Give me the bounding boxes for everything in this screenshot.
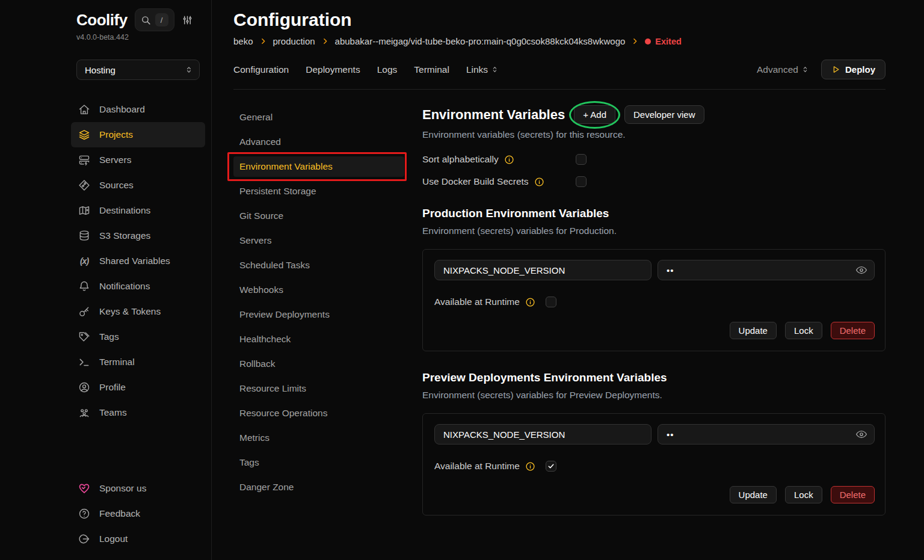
- add-variable-button[interactable]: + Add: [574, 105, 615, 124]
- advanced-menu[interactable]: Advanced: [757, 64, 809, 75]
- sidebar-item-sponsor[interactable]: Sponsor us: [71, 476, 205, 501]
- delete-button[interactable]: Delete: [831, 486, 875, 503]
- sidebar-item-label: Notifications: [99, 281, 150, 292]
- status-badge: Exited: [645, 37, 682, 46]
- sidebar-item-profile[interactable]: Profile: [71, 375, 205, 400]
- delete-button[interactable]: Delete: [831, 322, 875, 339]
- settings-subnav: General Advanced Environment Variables P…: [233, 90, 404, 560]
- key-icon: [78, 306, 90, 318]
- sidebar-item-label: Terminal: [99, 357, 135, 368]
- subnav-tags[interactable]: Tags: [233, 452, 404, 473]
- sidebar-item-shared-variables[interactable]: (x) Shared Variables: [71, 248, 205, 274]
- subnav-advanced[interactable]: Advanced: [233, 132, 404, 152]
- map-icon: [78, 205, 90, 217]
- tab-deployments[interactable]: Deployments: [306, 64, 360, 75]
- breadcrumb-environment[interactable]: production: [273, 36, 315, 46]
- subnav-resource-operations[interactable]: Resource Operations: [233, 403, 404, 423]
- subnav-rollback[interactable]: Rollback: [233, 354, 404, 374]
- update-button[interactable]: Update: [730, 486, 777, 503]
- variable-value-input[interactable]: [658, 424, 875, 445]
- subnav-servers[interactable]: Servers: [233, 230, 404, 251]
- sidebar-item-label: Tags: [99, 331, 119, 342]
- sidebar-nav: Dashboard Projects Servers Sources Desti…: [71, 97, 205, 425]
- subnav-environment-variables[interactable]: Environment Variables: [233, 156, 404, 177]
- lock-button[interactable]: Lock: [785, 486, 822, 503]
- variable-name-input[interactable]: [434, 260, 651, 280]
- sidebar-item-terminal[interactable]: Terminal: [71, 349, 205, 375]
- heart-icon: [78, 482, 90, 494]
- page-title: Configuration: [233, 10, 886, 30]
- search-shortcut-key: /: [155, 13, 168, 26]
- subnav-webhooks[interactable]: Webhooks: [233, 280, 404, 300]
- production-env-subtitle: Environment (secrets) variables for Prod…: [422, 226, 886, 236]
- sidebar-item-feedback[interactable]: Feedback: [71, 501, 205, 526]
- subnav-preview-deployments[interactable]: Preview Deployments: [233, 304, 404, 325]
- sidebar-item-label: S3 Storages: [99, 230, 150, 241]
- available-at-runtime-checkbox[interactable]: [546, 297, 556, 307]
- info-icon[interactable]: [525, 297, 535, 307]
- sidebar-item-dashboard[interactable]: Dashboard: [71, 97, 205, 122]
- subnav-persistent-storage[interactable]: Persistent Storage: [233, 181, 404, 202]
- lock-button[interactable]: Lock: [785, 322, 822, 339]
- docker-build-secrets-checkbox[interactable]: [576, 176, 587, 187]
- subnav-danger-zone[interactable]: Danger Zone: [233, 477, 404, 497]
- update-button[interactable]: Update: [730, 322, 777, 339]
- search-button[interactable]: /: [135, 8, 174, 31]
- workspace-select-value: Hosting: [85, 65, 116, 75]
- user-circle-icon: [78, 381, 90, 393]
- subnav-metrics[interactable]: Metrics: [233, 428, 404, 448]
- eye-icon: [855, 428, 867, 440]
- sidebar-item-teams[interactable]: Teams: [71, 400, 205, 425]
- sidebar-item-label: Servers: [99, 155, 131, 165]
- variable-value-input[interactable]: [658, 260, 875, 280]
- info-icon[interactable]: [504, 155, 514, 165]
- app-logo: Coolify: [76, 11, 128, 29]
- reveal-value-button[interactable]: [855, 428, 867, 442]
- sidebar-item-sources[interactable]: Sources: [71, 173, 205, 198]
- sidebar-item-keys-tokens[interactable]: Keys & Tokens: [71, 299, 205, 324]
- status-dot-icon: [645, 38, 651, 45]
- docker-build-secrets-label: Use Docker Build Secrets: [422, 176, 529, 187]
- reveal-value-button[interactable]: [855, 264, 867, 278]
- developer-view-button[interactable]: Developer view: [624, 105, 704, 124]
- sidebar-item-label: Teams: [99, 407, 127, 418]
- sidebar-item-label: Keys & Tokens: [99, 306, 161, 317]
- available-at-runtime-label: Available at Runtime: [434, 297, 520, 307]
- available-at-runtime-label: Available at Runtime: [434, 461, 520, 472]
- breadcrumb-team[interactable]: beko: [233, 36, 253, 46]
- breadcrumb-resource[interactable]: abubakar--meigag/vid-tube-beko-pro:main-…: [335, 36, 626, 46]
- tab-links[interactable]: Links: [466, 64, 499, 75]
- sort-alphabetically-checkbox[interactable]: [576, 154, 587, 165]
- layers-icon: [78, 129, 90, 141]
- tab-configuration[interactable]: Configuration: [233, 64, 289, 75]
- sidebar-item-notifications[interactable]: Notifications: [71, 274, 205, 299]
- available-at-runtime-checkbox[interactable]: [546, 461, 556, 472]
- subnav-general[interactable]: General: [233, 107, 404, 128]
- tab-terminal[interactable]: Terminal: [414, 64, 449, 75]
- sidebar-item-label: Sources: [99, 180, 134, 191]
- variable-name-input[interactable]: [434, 424, 651, 445]
- filters-icon[interactable]: [182, 14, 193, 26]
- sidebar-item-destinations[interactable]: Destinations: [71, 198, 205, 223]
- help-circle-icon: [78, 508, 90, 520]
- tab-bar: Configuration Deployments Logs Terminal …: [233, 60, 886, 90]
- deploy-button[interactable]: Deploy: [821, 60, 886, 79]
- subnav-healthcheck[interactable]: Healthcheck: [233, 329, 404, 349]
- sidebar-item-tags[interactable]: Tags: [71, 324, 205, 349]
- subnav-scheduled-tasks[interactable]: Scheduled Tasks: [233, 255, 404, 275]
- subnav-resource-limits[interactable]: Resource Limits: [233, 378, 404, 399]
- section-subtitle: Environment variables (secrets) for this…: [422, 129, 886, 140]
- app-root: Coolify / v4.0.0-beta.442 Hosting Dashbo…: [0, 0, 924, 560]
- breadcrumb: beko production abubakar--meigag/vid-tub…: [233, 36, 886, 46]
- info-icon[interactable]: [525, 461, 535, 472]
- workspace-select[interactable]: Hosting: [76, 60, 200, 80]
- production-variable-card: Available at Runtime Update Lock Delete: [422, 249, 886, 351]
- sidebar-item-s3-storages[interactable]: S3 Storages: [71, 223, 205, 248]
- info-icon[interactable]: [534, 177, 544, 187]
- sidebar-item-servers[interactable]: Servers: [71, 147, 205, 173]
- sidebar-item-label: Logout: [99, 534, 128, 544]
- sidebar-item-logout[interactable]: Logout: [71, 526, 205, 552]
- subnav-git-source[interactable]: Git Source: [233, 206, 404, 226]
- sidebar-item-projects[interactable]: Projects: [71, 122, 205, 147]
- tab-logs[interactable]: Logs: [377, 64, 398, 75]
